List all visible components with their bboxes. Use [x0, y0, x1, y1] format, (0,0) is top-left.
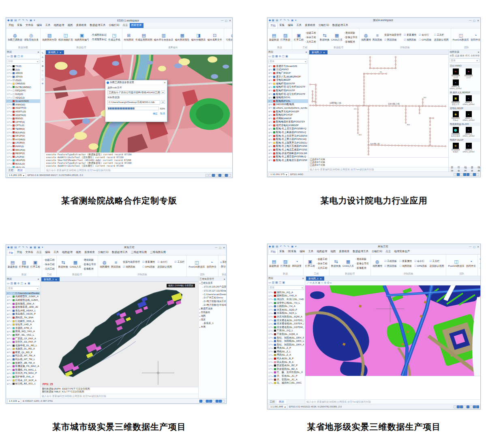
map-document-tab[interactable]: 新地图_1✕ [309, 50, 328, 54]
layer-item[interactable]: ⊕✎□ 标注线_BZ_SCL_L [6, 382, 40, 386]
layer-search-input[interactable]: 分组▾ [7, 59, 39, 64]
ribbon-button[interactable]: ◫PostGIS数据库 [452, 29, 469, 46]
scale-select[interactable]: 1:6,282.135▾ [7, 173, 26, 178]
layer-toggle-icons[interactable]: ☑✎+ [268, 291, 274, 294]
layer-toggle-icons[interactable]: ⊕✎▫ [268, 138, 273, 141]
symbol-item[interactable]: •others_sothers_symbol [462, 127, 475, 137]
layer-item[interactable]: ⊕✎□ 灯塔点_DT_SCP_A [6, 379, 40, 382]
layer-toggle-icons[interactable]: ⊕✎▫ [268, 89, 273, 92]
layer-item[interactable]: ☑✎+ 泵站、加固线|SL_DRX_L [268, 339, 305, 343]
quick-access-icons[interactable]: ▦ ▤ ↶ ↷ ✎ ▣ ▾ [272, 19, 297, 22]
layer-item[interactable]: ⊕✎▫ 配电-跌落式熔断器|PODLSRDQ [268, 152, 308, 155]
ribbon-small-button[interactable]: ▫创建工程 [44, 258, 55, 262]
layer-toggle-icons[interactable]: ⊕✎▫ [268, 114, 273, 116]
panel-toggle[interactable]: ☑ 要素属性 [404, 33, 416, 37]
mdb-file-input[interactable]: 三调划/1-广西分公司提供资料/管线/451402三调数据/451402.mdb [107, 90, 160, 95]
ribbon-tab[interactable]: 点云 [121, 23, 130, 28]
layer-toggle-icons[interactable]: ☑✎+ [268, 343, 274, 346]
map-canvas[interactable] [305, 285, 480, 376]
ribbon-small-button[interactable]: ▫影像配准 [344, 40, 358, 44]
layer-item[interactable]: ☑✎+ ASSTL(0) [6, 110, 40, 114]
ribbon-tab[interactable]: 质量检查 [303, 23, 317, 28]
layer-item[interactable]: ⊕✎▫ 配电电缆分支箱|PODLFZX [268, 120, 308, 124]
tab-close-icon[interactable]: ✕ [323, 51, 325, 54]
maximize-button[interactable]: ▢ [225, 19, 227, 22]
ribbon-button[interactable]: ◳生成边界线 [108, 29, 121, 46]
minimize-button[interactable]: — [215, 246, 217, 249]
ribbon-small-button[interactable]: ▫保存工程 [317, 262, 328, 266]
ribbon-tab[interactable]: 开始 [15, 250, 24, 255]
minimize-button[interactable]: — [469, 19, 471, 22]
ribbon-tab[interactable]: 质量检查 [337, 249, 351, 254]
ribbon-button[interactable]: ◍可视信息设置 [225, 29, 232, 46]
layer-item[interactable]: ⊕✎□ 宿舍区_SS_FKF_P [6, 340, 40, 344]
ribbon-button[interactable]: ▨打开数据 [19, 256, 29, 273]
ribbon-tab[interactable]: 编辑 [298, 249, 306, 254]
ribbon-button[interactable]: ◔协同作业 [470, 29, 480, 46]
symbol-item[interactable]: ✳00000004注记2 [450, 69, 462, 79]
ribbon-button[interactable]: ◔简码设置 [291, 255, 302, 272]
ribbon-tab[interactable]: 地理实体生产 [392, 249, 411, 254]
layer-toggle-icons[interactable]: ⊕✎□ [7, 292, 12, 294]
layer-item[interactable]: ☑✎+ 场区|SL_KQ_A [268, 291, 305, 294]
layer-toggle-icons[interactable]: ⊕✎□ [7, 379, 12, 382]
layer-item[interactable]: ☑✎+ CPTL(0) [6, 124, 40, 127]
layer-item[interactable]: ☑✎+ 竹、藤、荒草区面|SL_X [268, 371, 305, 375]
panel-close-icon[interactable]: ✕ [302, 277, 304, 280]
map-tool-icon[interactable]: ✎ [41, 51, 43, 54]
browse-button[interactable]: ▾ [161, 100, 165, 104]
ribbon-small-button[interactable]: ▫生成预置标记 [91, 38, 107, 41]
resource-item[interactable]: ▾ 场景 [199, 318, 226, 322]
symbol-item[interactable]: ◉03010001变电站 [450, 111, 462, 121]
ribbon-small-button[interactable]: ⚙系统设置 [480, 257, 480, 261]
layer-toggle-icons[interactable]: ⊕✎▫ [268, 107, 273, 109]
layer-item[interactable]: ☑✎+ LFCP(0) [6, 155, 40, 159]
layer-item[interactable]: ⊕✎▫ 输电线|SOXL [268, 96, 308, 99]
layer-item[interactable]: ⊕✎□ 防护林带_FHL_A [6, 375, 40, 379]
panel-toggle[interactable]: 还原默认视图 [157, 265, 172, 269]
ribbon-button[interactable]: ⊡输出成果文件 [207, 29, 223, 46]
layer-item[interactable]: ☑✎+ BSD(0) [6, 117, 40, 120]
ribbon-button[interactable]: ▣地类图斑编号 [74, 29, 90, 46]
layer-item[interactable]: ☑✎+ RESP(0) [6, 152, 40, 155]
layer-item[interactable]: ⊕✎□ C:/Users/smart/Desktop/UAD项目 [6, 292, 40, 295]
layer-toggle-icons[interactable]: ⊕✎▫ [268, 152, 273, 154]
ribbon-tab[interactable]: 视图 [74, 250, 83, 255]
layer-item[interactable]: ⊕✎▫ 配电-柱上重合器|POZSCHQ [268, 137, 308, 141]
ribbon-small-button[interactable]: ▫路径设置 [480, 266, 480, 270]
layer-item[interactable]: ☑✎+ 码头面|SL_B_A [268, 360, 305, 364]
layer-item[interactable]: ⊕✎□ 行道树区_XDS_A [6, 319, 40, 323]
layer-item[interactable]: ⊕✎▫ 配电-柱上断路器|POZSDLQ [268, 131, 308, 134]
map-document-tab[interactable]: 新地图_1✕ [306, 277, 324, 281]
ribbon-tab[interactable]: 开始 [7, 23, 15, 28]
layer-item[interactable]: ⊕✎▫ others_symbol|others_symbol [268, 106, 308, 110]
command-input[interactable]: 输入命令;要素编码支持模糊,全网搜索,使用Tab键切换列分隔 [305, 399, 480, 404]
ribbon-tab[interactable]: 工具 [306, 249, 315, 254]
layer-toggle-icons[interactable]: ⊕✎□ [7, 309, 12, 312]
ribbon-small-button[interactable]: ▫关闭工程 [44, 267, 55, 271]
layer-toggle-icons[interactable]: ☑✎+ [7, 124, 12, 126]
resource-item[interactable]: ▸ 地图 [199, 314, 226, 318]
ribbon-button[interactable]: ◍地图属性 [99, 256, 110, 273]
layer-toggle-icons[interactable]: ☑✎+ [7, 82, 12, 85]
ribbon-tab[interactable]: 数据处理工具 [331, 23, 350, 28]
close-button[interactable]: ✕ [223, 246, 225, 249]
ribbon-button[interactable]: ▦输出图斑报告 [175, 29, 190, 46]
ribbon-tab[interactable]: 工具 [52, 250, 60, 255]
layer-toggle-icons[interactable]: ☑✎+ [7, 89, 12, 92]
resource-item[interactable]: ▪ D:/电力智能/项目工作区 [199, 300, 226, 303]
scale-select[interactable]: 1:4,106▾ [7, 399, 21, 403]
layer-toggle-icons[interactable]: ☑✎+ [7, 128, 12, 130]
layer-toggle-icons[interactable]: ☑✎+ [7, 75, 12, 78]
layer-toggle-icons[interactable]: ⊕✎□ [7, 299, 12, 301]
layer-item[interactable]: ☑✎+ DZQ(241) [6, 89, 40, 92]
ribbon-small-button[interactable]: ▫保存工程 [44, 263, 55, 266]
layer-toggle-icons[interactable]: ⊕✎▫ [268, 86, 273, 88]
layer-item[interactable]: ☑✎+ ASSTP(0) [6, 106, 40, 110]
panel-tab[interactable]: 场景 [475, 167, 482, 171]
ribbon-button[interactable]: ▥输出界址点坐标表 [154, 29, 174, 46]
layer-search-input[interactable]: 搜索▾ [7, 286, 39, 291]
layer-item[interactable]: ☑✎+ ASSTA(0) [6, 113, 40, 117]
layer-toggle-icons[interactable]: ⊕✎□ [7, 330, 12, 333]
layer-item[interactable]: ⊕✎▫ 配电-柱上负荷开关|POZSFHKG [268, 134, 308, 138]
